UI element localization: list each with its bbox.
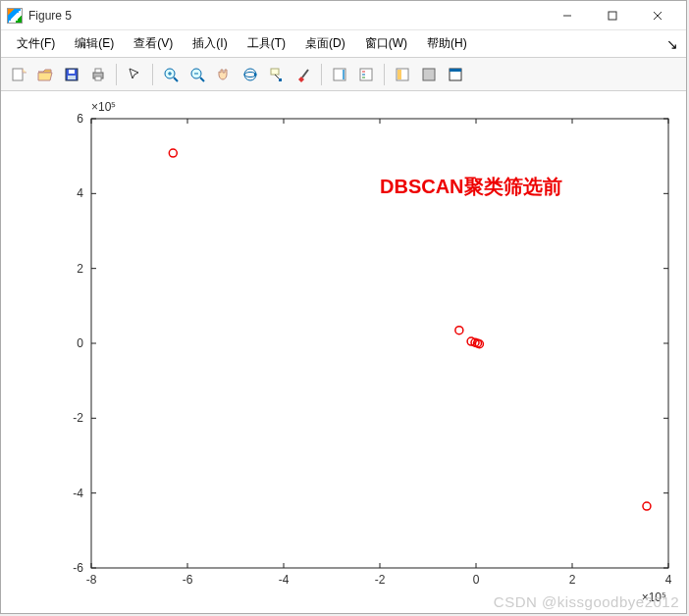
menu-window[interactable]: 窗口(W) [357,32,415,55]
svg-text:0: 0 [473,573,480,587]
close-button[interactable] [635,1,680,30]
brush-button[interactable] [292,63,315,86]
svg-text:2: 2 [77,262,83,276]
pointer-button[interactable] [123,63,146,86]
svg-rect-6 [69,70,75,74]
menu-file[interactable]: 文件(F) [9,32,63,55]
insert-legend-button[interactable] [354,63,378,86]
svg-line-12 [174,77,178,81]
open-button[interactable] [33,63,57,86]
hide-tools-button[interactable] [417,63,441,86]
svg-rect-22 [279,78,282,81]
svg-text:2: 2 [569,573,576,587]
matlab-icon [7,8,23,24]
menu-tools[interactable]: 工具(T) [239,32,293,55]
print-button[interactable] [86,63,110,86]
svg-text:DBSCAN聚类筛选前: DBSCAN聚类筛选前 [380,176,562,197]
menu-edit[interactable]: 编辑(E) [67,32,122,55]
menubar: 文件(F) 编辑(E) 查看(V) 插入(I) 工具(T) 桌面(D) 窗口(W… [1,30,686,58]
menu-insert[interactable]: 插入(I) [185,32,235,55]
window-title: Figure 5 [28,9,72,23]
rotate3d-button[interactable] [238,63,262,86]
maximize-button[interactable] [590,1,635,30]
menubar-overflow-icon[interactable]: ↘ [666,36,678,52]
zoom-out-button[interactable] [186,63,209,86]
pan-button[interactable] [212,63,236,86]
menu-help[interactable]: 帮助(H) [419,32,475,55]
link-plot-button[interactable] [391,63,414,86]
svg-rect-10 [95,77,101,80]
svg-text:-4: -4 [73,487,83,500]
toolbar [1,58,686,91]
svg-text:-4: -4 [279,573,290,587]
svg-text:4: 4 [665,573,672,587]
svg-rect-7 [68,76,76,79]
svg-text:4: 4 [77,186,83,200]
svg-rect-26 [360,69,372,80]
svg-rect-4 [13,69,23,80]
svg-rect-31 [398,70,401,79]
menu-desktop[interactable]: 桌面(D) [297,32,353,55]
figure-window: Figure 5 文件(F) 编辑(E) 查看(V) 插入(I) 工具(T) 桌… [0,0,687,614]
svg-text:-2: -2 [375,573,386,587]
new-figure-button[interactable] [7,63,30,86]
svg-text:×10⁵: ×10⁵ [642,590,666,604]
menu-view[interactable]: 查看(V) [126,32,181,55]
svg-text:0: 0 [77,336,83,350]
minimize-button[interactable] [545,1,590,30]
zoom-in-button[interactable] [159,63,183,86]
insert-colorbar-button[interactable] [328,63,351,86]
svg-rect-9 [95,69,101,73]
svg-rect-34 [450,69,461,72]
dock-button[interactable] [444,63,467,86]
plot-area[interactable]: -8-6-4-2024-6-4-20246×10⁵×10⁵DBSCAN聚类筛选前 [1,91,686,613]
svg-line-16 [200,77,204,81]
svg-text:-6: -6 [183,573,193,587]
save-button[interactable] [60,63,83,86]
titlebar: Figure 5 [1,1,686,30]
svg-rect-32 [423,69,435,80]
svg-text:-8: -8 [86,573,97,587]
svg-text:-2: -2 [73,411,83,425]
svg-text:×10⁵: ×10⁵ [91,100,116,114]
data-cursor-button[interactable] [265,63,289,86]
svg-text:6: 6 [77,112,83,126]
svg-rect-25 [343,70,344,79]
svg-rect-20 [271,69,279,75]
svg-text:-6: -6 [73,561,83,575]
svg-rect-1 [609,12,616,20]
svg-line-23 [302,70,308,77]
chart-svg: -8-6-4-2024-6-4-20246×10⁵×10⁵DBSCAN聚类筛选前 [1,91,688,613]
